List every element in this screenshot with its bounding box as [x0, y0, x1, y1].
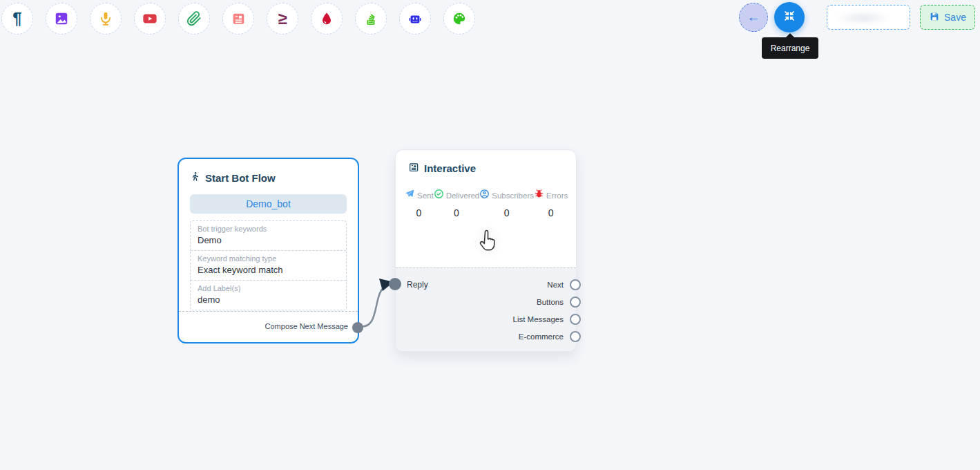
stat-label: Delivered	[446, 191, 480, 200]
bot-name-button[interactable]: Demo_bot	[190, 194, 347, 214]
toolbar-card-button[interactable]	[222, 3, 254, 35]
toolbar-image-button[interactable]	[46, 3, 77, 35]
reply-input-handle[interactable]	[389, 278, 401, 290]
pilcrow-icon: ¶	[12, 10, 21, 27]
field-label: Keyword matching type	[198, 254, 339, 263]
field-add-labels[interactable]: Add Label(s) demo	[191, 280, 346, 310]
output-label: Buttons	[537, 298, 564, 306]
rearrange-tooltip: Rearrange	[762, 37, 818, 59]
stat-sent: Sent 0	[404, 189, 434, 218]
node-footer-divider	[179, 311, 358, 312]
stat-delivered: Delivered 0	[434, 189, 480, 218]
toolbar-theme-button[interactable]	[443, 3, 475, 35]
stat-value: 0	[504, 207, 510, 218]
save-label: Save	[944, 12, 966, 23]
youtube-icon	[142, 11, 157, 26]
output-label: List Messages	[512, 315, 564, 323]
stat-subscribers: Subscribers 0	[479, 189, 534, 218]
microphone-icon	[98, 11, 113, 26]
stat-errors: Errors 0	[534, 189, 568, 218]
toolbar-bot-button[interactable]	[399, 3, 431, 35]
start-node-title: Start Bot Flow	[205, 172, 276, 184]
field-label: Bot trigger keywords	[198, 225, 339, 233]
compose-output-handle[interactable]	[352, 322, 363, 333]
toolbar-audio-button[interactable]	[90, 3, 122, 35]
stat-label: Errors	[546, 191, 568, 200]
paperclip-icon	[186, 11, 202, 26]
field-label: Add Label(s)	[198, 284, 339, 292]
flow-title-field[interactable]	[827, 5, 910, 30]
stat-label: Subscribers	[492, 191, 534, 200]
list-messages-output-handle[interactable]	[570, 314, 581, 325]
ecommerce-output-handle[interactable]	[570, 331, 581, 342]
toolbar-file-button[interactable]	[178, 3, 210, 35]
stat-value: 0	[454, 207, 459, 218]
image-icon	[54, 11, 69, 26]
interactive-node-title: Interactive	[424, 162, 476, 174]
output-label: E-commerce	[519, 332, 564, 341]
start-node-header: Start Bot Flow	[190, 171, 347, 185]
check-circle-icon	[434, 189, 444, 202]
reply-input-label: Reply	[407, 280, 428, 290]
bug-icon	[534, 189, 544, 202]
toolbar-sequence-button[interactable]	[355, 3, 387, 35]
trigger-settings-box[interactable]: Bot trigger keywords Demo Keyword matchi…	[190, 220, 347, 310]
save-button[interactable]: Save	[920, 5, 975, 30]
output-ecommerce: E-commerce	[519, 331, 581, 342]
back-arrow-icon: ←	[747, 10, 760, 25]
next-output-handle[interactable]	[570, 279, 581, 290]
rearrange-tooltip-text: Rearrange	[771, 44, 810, 53]
bot-name-label: Demo_bot	[246, 198, 291, 209]
walking-person-icon	[190, 171, 200, 185]
stats-row: Sent 0 Delivered 0 Subscribers 0 Errors …	[396, 189, 576, 218]
field-matching-type[interactable]: Keyword matching type Exact keyword matc…	[191, 250, 346, 280]
toolbar-drip-button[interactable]	[311, 3, 343, 35]
output-buttons: Buttons	[537, 297, 581, 308]
greater-equal-icon: ≥	[278, 10, 287, 27]
compose-next-message-label: Compose Next Message	[265, 322, 348, 330]
robot-icon	[407, 11, 423, 26]
stat-label: Sent	[417, 191, 434, 200]
paper-plane-icon	[404, 189, 415, 202]
newspaper-icon	[408, 162, 419, 175]
start-bot-flow-node[interactable]: Start Bot Flow Demo_bot Bot trigger keyw…	[177, 158, 359, 344]
subscriber-icon	[479, 189, 490, 202]
interactive-node-header: Interactive	[408, 162, 564, 175]
compress-arrows-icon	[782, 8, 797, 26]
hand-cursor-icon	[472, 224, 503, 258]
stat-value: 0	[548, 207, 554, 218]
rearrange-button[interactable]	[774, 2, 805, 32]
output-list-messages: List Messages	[512, 314, 581, 325]
buttons-output-handle[interactable]	[570, 297, 581, 308]
field-value: demo	[198, 294, 339, 305]
stat-value: 0	[416, 207, 421, 218]
toolbar-video-button[interactable]	[134, 3, 166, 35]
back-button[interactable]: ←	[739, 3, 768, 32]
toolbar-text-button[interactable]: ¶	[1, 3, 33, 35]
field-value: Exact keyword match	[198, 265, 339, 275]
floppy-disk-icon	[929, 11, 940, 24]
toolbar-condition-button[interactable]: ≥	[267, 3, 298, 35]
palette-icon	[452, 11, 467, 26]
field-trigger-keywords[interactable]: Bot trigger keywords Demo	[191, 221, 346, 250]
stack-icon	[363, 11, 378, 26]
output-label: Next	[547, 281, 564, 289]
output-next: Next	[547, 279, 581, 290]
field-value: Demo	[198, 235, 339, 245]
newspaper-icon	[231, 11, 246, 26]
droplet-icon	[319, 11, 334, 26]
